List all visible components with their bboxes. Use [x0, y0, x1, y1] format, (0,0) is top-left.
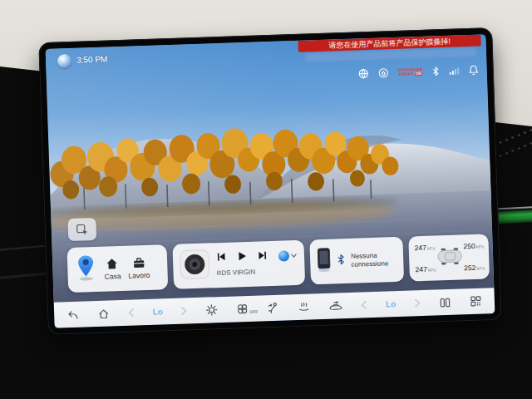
photo-scene: 3:50 PM 请您在使用产品前将产品保护膜撕掉! PASSENGER AIRB… — [0, 0, 532, 399]
bluetooth-icon — [337, 254, 346, 268]
tire-pressure-rear-left: 247kPa — [415, 264, 436, 273]
back-button[interactable] — [66, 308, 79, 320]
bluetooth-icon[interactable] — [432, 66, 440, 76]
passenger-airbag-indicator: PASSENGER AIRBAGON — [398, 68, 423, 76]
passenger-temp-up-button[interactable] — [414, 298, 421, 308]
remote-vehicle-icon[interactable] — [378, 67, 389, 78]
location-pin-icon — [75, 254, 97, 286]
edit-widgets-button[interactable] — [67, 218, 96, 241]
next-track-button[interactable] — [258, 249, 268, 264]
infotainment-display: 3:50 PM 请您在使用产品前将产品保护膜撕掉! PASSENGER AIRB… — [38, 27, 501, 335]
phone-icon — [317, 248, 332, 277]
driver-temp-up-button[interactable] — [180, 306, 187, 315]
air-distribution-icon[interactable] — [267, 302, 279, 314]
tire-pressure-rear-right: 252kPa — [464, 264, 485, 273]
source-sphere-icon — [278, 250, 289, 261]
passenger-temp-down-button[interactable] — [361, 300, 367, 309]
tire-pressure-widget[interactable]: 247kPa 247kPa 250kPa 252kPa — [408, 234, 490, 281]
globe-icon[interactable] — [358, 68, 369, 79]
nav-shortcut-work[interactable]: Lavoro — [128, 256, 150, 279]
media-controls — [216, 248, 298, 265]
media-source-selector[interactable] — [278, 249, 297, 261]
split-screen-icon[interactable] — [439, 296, 451, 308]
nav-work-label: Lavoro — [128, 270, 150, 279]
app-grid-icon[interactable] — [469, 295, 481, 308]
home-button[interactable] — [97, 308, 110, 319]
signal-strength-icon[interactable] — [449, 66, 460, 75]
dashboard-trim-line — [0, 272, 53, 279]
play-button[interactable] — [237, 249, 248, 264]
navigation-widget[interactable]: Casa Lavoro — [67, 244, 169, 293]
tire-pressure-front-right: 250kPa — [463, 242, 484, 251]
media-widget[interactable]: RDS VIRGIN — [172, 240, 305, 289]
passenger-temperature[interactable]: Lo — [386, 299, 397, 308]
clock: 3:50 PM — [76, 54, 108, 64]
fan-state-label: OFF — [249, 309, 258, 314]
media-title: RDS VIRGIN — [216, 267, 298, 277]
defrost-icon[interactable] — [298, 301, 310, 313]
driver-temperature[interactable]: Lo — [152, 307, 163, 316]
driver-temp-down-button[interactable] — [128, 308, 135, 318]
bell-icon[interactable] — [468, 65, 478, 76]
recirculation-car-icon[interactable] — [328, 300, 342, 313]
tire-pressure-front-left: 247kPa — [415, 243, 436, 252]
car-top-view-icon — [435, 245, 464, 270]
fan-button[interactable]: OFF — [236, 303, 249, 315]
screen: 3:50 PM 请您在使用产品前将产品保护膜撕掉! PASSENGER AIRB… — [46, 34, 495, 328]
nav-home-label: Casa — [105, 272, 121, 281]
bluetooth-widget[interactable]: Nessuna connessione — [309, 237, 404, 285]
nav-shortcut-home[interactable]: Casa — [104, 258, 121, 281]
chevron-down-icon — [291, 253, 297, 257]
bluetooth-status: Nessuna connessione — [351, 251, 397, 268]
settings-gear-icon[interactable] — [205, 303, 218, 316]
previous-track-button[interactable] — [216, 250, 227, 265]
album-art — [180, 248, 210, 283]
